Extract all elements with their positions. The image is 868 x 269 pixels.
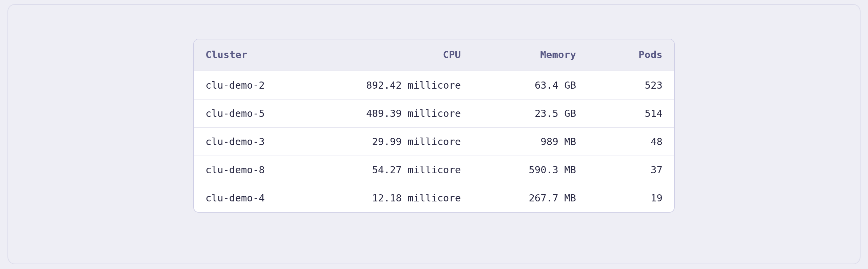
col-header-cpu[interactable]: CPU bbox=[338, 39, 472, 71]
cell-pods: 37 bbox=[588, 156, 674, 184]
cell-pods: 523 bbox=[588, 71, 674, 100]
cell-pods: 514 bbox=[588, 100, 674, 128]
cell-cluster: clu-demo-8 bbox=[194, 156, 338, 184]
table-row: clu-demo-2 892.42 millicore 63.4 GB 523 bbox=[194, 71, 674, 100]
cell-pods: 48 bbox=[588, 128, 674, 156]
cell-cpu: 29.99 millicore bbox=[338, 128, 472, 156]
cell-cpu: 489.39 millicore bbox=[338, 100, 472, 128]
cluster-table: Cluster CPU Memory Pods clu-demo-2 892.4… bbox=[194, 39, 674, 212]
cluster-table-wrap: Cluster CPU Memory Pods clu-demo-2 892.4… bbox=[193, 39, 675, 213]
table-header-row: Cluster CPU Memory Pods bbox=[194, 39, 674, 71]
table-row: clu-demo-3 29.99 millicore 989 MB 48 bbox=[194, 128, 674, 156]
panel-card: Cluster CPU Memory Pods clu-demo-2 892.4… bbox=[7, 4, 861, 264]
cell-pods: 19 bbox=[588, 184, 674, 212]
cell-memory: 989 MB bbox=[472, 128, 588, 156]
table-row: clu-demo-5 489.39 millicore 23.5 GB 514 bbox=[194, 100, 674, 128]
cell-cluster: clu-demo-3 bbox=[194, 128, 338, 156]
cell-memory: 23.5 GB bbox=[472, 100, 588, 128]
cell-cpu: 54.27 millicore bbox=[338, 156, 472, 184]
cell-memory: 63.4 GB bbox=[472, 71, 588, 100]
col-header-memory[interactable]: Memory bbox=[472, 39, 588, 71]
cell-cluster: clu-demo-2 bbox=[194, 71, 338, 100]
cell-memory: 267.7 MB bbox=[472, 184, 588, 212]
cell-cluster: clu-demo-5 bbox=[194, 100, 338, 128]
cell-cluster: clu-demo-4 bbox=[194, 184, 338, 212]
cell-cpu: 12.18 millicore bbox=[338, 184, 472, 212]
cell-memory: 590.3 MB bbox=[472, 156, 588, 184]
cell-cpu: 892.42 millicore bbox=[338, 71, 472, 100]
table-row: clu-demo-8 54.27 millicore 590.3 MB 37 bbox=[194, 156, 674, 184]
table-row: clu-demo-4 12.18 millicore 267.7 MB 19 bbox=[194, 184, 674, 212]
col-header-cluster[interactable]: Cluster bbox=[194, 39, 338, 71]
col-header-pods[interactable]: Pods bbox=[588, 39, 674, 71]
